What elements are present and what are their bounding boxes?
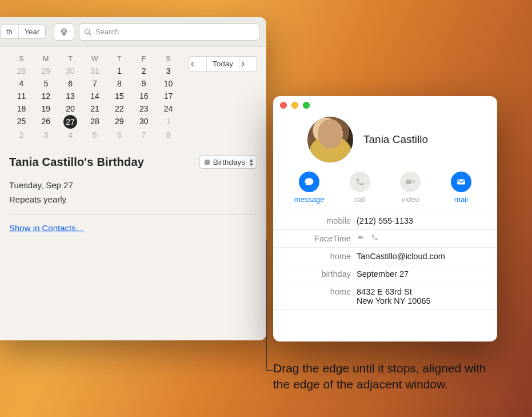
mini-cal-week: 11121314151617 <box>9 90 181 102</box>
field-home-address: home 8432 E 63rd St New York NY 10065 <box>273 283 497 310</box>
home-email-value[interactable]: TanCastillo@icloud.com <box>357 252 488 261</box>
event-repeat: Repeats yearly <box>9 194 257 204</box>
mini-cal-day[interactable]: 4 <box>58 129 83 141</box>
mini-cal-day[interactable]: 25 <box>9 115 34 129</box>
facetime-video-icon[interactable] <box>357 234 366 243</box>
dow-label: M <box>34 55 58 65</box>
dow-label: S <box>156 55 181 65</box>
home-address-line2: New York NY 10065 <box>357 296 431 305</box>
mini-cal-week: 2345678 <box>9 129 181 141</box>
field-birthday: birthday September 27 <box>273 265 497 283</box>
mini-cal-day[interactable]: 28 <box>83 115 107 129</box>
facetime-audio-icon[interactable] <box>371 234 378 243</box>
facetime-icons <box>357 234 488 243</box>
airplay-icon <box>59 27 69 37</box>
today-button[interactable]: Today <box>206 57 239 72</box>
calendar-select-label: Birthdays <box>213 158 245 166</box>
mini-cal-day[interactable]: 6 <box>58 77 83 90</box>
mini-cal-day[interactable]: 7 <box>83 77 107 90</box>
home-address-label: home <box>282 287 351 305</box>
mini-cal-day[interactable]: 16 <box>131 90 156 102</box>
dow-label: S <box>9 55 34 65</box>
mini-cal-day[interactable]: 23 <box>131 102 156 115</box>
call-button[interactable]: call <box>340 172 380 204</box>
view-segment-month[interactable]: th <box>1 25 19 38</box>
mini-calendar[interactable]: SMTWTFS 28293031123456789101112131415161… <box>9 55 181 141</box>
mini-cal-day[interactable]: 12 <box>34 90 58 102</box>
window-controls <box>273 96 497 114</box>
home-address-value[interactable]: 8432 E 63rd St New York NY 10065 <box>357 287 488 305</box>
svg-rect-4 <box>406 180 412 184</box>
mini-cal-day[interactable]: 11 <box>9 90 34 102</box>
mini-cal-day[interactable]: 2 <box>131 65 156 77</box>
message-button[interactable]: message <box>289 172 329 204</box>
mini-cal-day[interactable]: 29 <box>34 65 58 77</box>
mini-cal-day[interactable]: 17 <box>156 90 181 102</box>
zoom-window-button[interactable] <box>303 102 310 109</box>
close-window-button[interactable] <box>280 102 287 109</box>
mini-cal-week: 2526272829301 <box>9 115 181 129</box>
mini-cal-day[interactable]: 5 <box>83 129 107 141</box>
dow-label: T <box>107 55 131 65</box>
mini-cal-day[interactable]: 5 <box>34 77 58 90</box>
mini-cal-day[interactable]: 29 <box>107 115 131 129</box>
mini-cal-day[interactable]: 28 <box>9 65 34 77</box>
event-date: Tuesday, Sep 27 <box>9 180 257 190</box>
mini-cal-day[interactable]: 8 <box>107 77 131 90</box>
mini-cal-day[interactable]: 24 <box>156 102 181 115</box>
mini-cal-day[interactable]: 8 <box>156 129 181 141</box>
show-in-contacts-link[interactable]: Show in Contacts… <box>9 223 85 233</box>
search-input[interactable]: Search <box>79 23 259 41</box>
mini-cal-day[interactable]: 1 <box>156 115 181 129</box>
mini-cal-day[interactable]: 30 <box>58 65 83 77</box>
mini-cal-day[interactable]: 7 <box>131 129 156 141</box>
mini-cal-day[interactable]: 9 <box>131 77 156 90</box>
next-button[interactable] <box>239 61 257 67</box>
mini-cal-day[interactable]: 20 <box>58 102 83 115</box>
chevron-right-icon <box>239 61 246 67</box>
home-address-line1: 8432 E 63rd St <box>357 287 412 296</box>
phone-icon <box>355 177 365 186</box>
mini-cal-day[interactable]: 4 <box>9 77 34 90</box>
calendar-select[interactable]: Birthdays ▴▾ <box>199 155 257 169</box>
mail-icon <box>456 177 466 187</box>
mini-cal-day[interactable]: 3 <box>156 65 181 77</box>
mini-cal-day[interactable]: 15 <box>107 90 131 102</box>
mini-cal-day[interactable]: 30 <box>131 115 156 129</box>
mini-cal-day[interactable]: 14 <box>83 90 107 102</box>
mini-cal-day[interactable]: 19 <box>34 102 58 115</box>
prev-button[interactable] <box>189 61 206 67</box>
mini-cal-day[interactable]: 2 <box>9 129 34 141</box>
avatar[interactable] <box>307 117 353 162</box>
event-title: Tania Castillo's Birthday <box>9 156 194 169</box>
view-segment-year[interactable]: Year <box>19 25 45 38</box>
view-segment[interactable]: th Year <box>0 25 46 39</box>
minimize-window-button[interactable] <box>291 102 298 109</box>
chevron-updown-icon: ▴▾ <box>250 157 253 166</box>
mail-label: mail <box>454 195 468 204</box>
mini-cal-day[interactable]: 13 <box>58 90 83 102</box>
mini-cal-day[interactable]: 27 <box>63 115 77 129</box>
airplay-button[interactable] <box>54 23 74 41</box>
mini-cal-day[interactable]: 6 <box>107 129 131 141</box>
mobile-label: mobile <box>282 216 351 225</box>
mini-cal-day[interactable]: 1 <box>107 65 131 77</box>
mini-cal-day[interactable]: 3 <box>34 129 58 141</box>
mobile-value[interactable]: (212) 555-1133 <box>357 216 488 225</box>
contact-fields: mobile (212) 555-1133 FaceTime home TanC… <box>273 212 497 310</box>
mini-cal-day[interactable]: 22 <box>107 102 131 115</box>
dow-label: F <box>131 55 156 65</box>
mini-cal-day[interactable]: 10 <box>156 77 181 90</box>
mini-cal-day[interactable]: 18 <box>9 102 34 115</box>
video-button[interactable]: video <box>390 172 430 204</box>
calendar-window: th Year Search SMTWTFS 28293031123456789… <box>0 17 266 340</box>
svg-rect-6 <box>358 236 362 239</box>
mail-button[interactable]: mail <box>441 172 481 204</box>
search-placeholder: Search <box>95 27 119 36</box>
mini-cal-day[interactable]: 26 <box>34 115 58 129</box>
field-facetime: FaceTime <box>273 230 497 248</box>
mini-cal-day[interactable]: 31 <box>83 65 107 77</box>
svg-point-2 <box>85 29 90 33</box>
mini-cal-day[interactable]: 21 <box>83 102 107 115</box>
calendar-toolbar: th Year Search <box>0 17 266 47</box>
